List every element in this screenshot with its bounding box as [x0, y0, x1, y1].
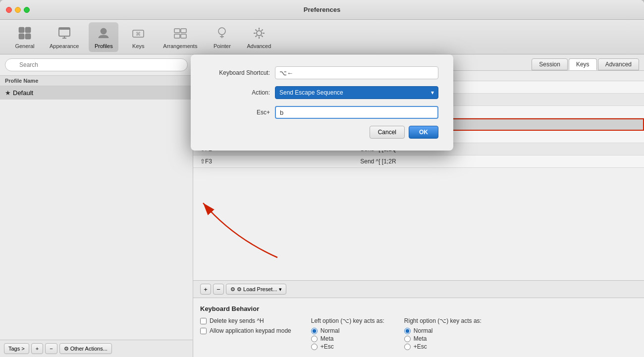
dialog-action-row: Action: Send Escape Sequence ▾	[206, 86, 438, 99]
dialog-cancel-button[interactable]: Cancel	[370, 126, 405, 139]
dialog-esc-input[interactable]	[275, 106, 438, 119]
dialog-shortcut-row: Keyboard Shortcut: ⌥←	[206, 66, 438, 79]
main-window: Preferences General	[0, 0, 644, 357]
dialog-action-select[interactable]: Send Escape Sequence ▾	[275, 86, 438, 99]
dialog-ok-button[interactable]: OK	[409, 126, 438, 139]
dialog-action-value: Send Escape Sequence	[279, 89, 343, 96]
keyboard-shortcut-dialog: Keyboard Shortcut: ⌥← Action: Send Escap…	[191, 54, 453, 151]
dialog-action-chevron: ▾	[431, 89, 434, 96]
dialog-backdrop: Keyboard Shortcut: ⌥← Action: Send Escap…	[0, 0, 644, 357]
dialog-buttons: Cancel OK	[206, 126, 438, 139]
dialog-action-label: Action:	[206, 89, 270, 96]
dialog-shortcut-label: Keyboard Shortcut:	[206, 69, 270, 76]
dialog-shortcut-display: ⌥←	[275, 66, 438, 79]
dialog-esc-label: Esc+	[206, 109, 270, 116]
dialog-esc-row: Esc+	[206, 106, 438, 119]
